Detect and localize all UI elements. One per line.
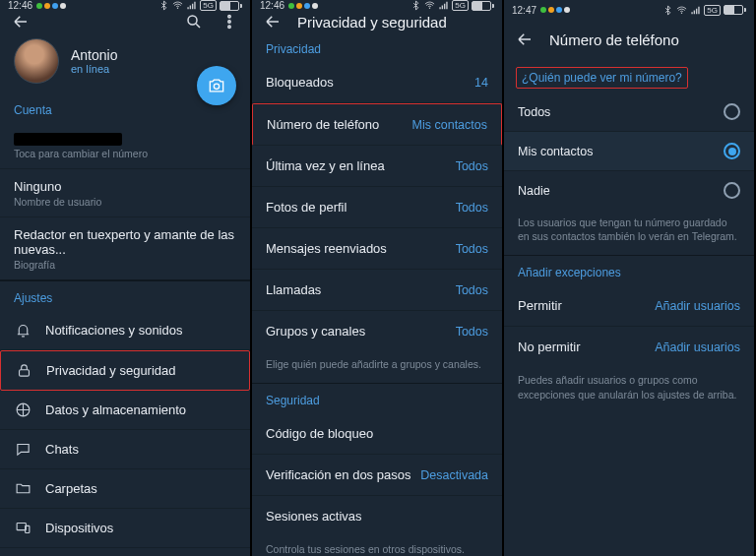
status-bar: 12:47 5G (504, 0, 754, 20)
bell-icon (14, 322, 32, 339)
row-devices[interactable]: Dispositivos (0, 509, 250, 548)
row-profile-photos[interactable]: Fotos de perfil Todos (252, 187, 502, 228)
clock: 12:47 (512, 5, 536, 16)
row-deny[interactable]: No permitir Añadir usuarios (504, 327, 754, 367)
section-exceptions: Añadir excepciones (504, 256, 754, 285)
profile-name: Antonio (71, 47, 117, 63)
bluetooth-icon (158, 0, 169, 11)
page-title: Privacidad y seguridad (297, 14, 492, 31)
row-blocked[interactable]: Bloqueados 14 (252, 62, 502, 103)
section-settings: Ajustes (0, 281, 250, 311)
exceptions-hint: Puedes añadir usuarios o grupos como exc… (504, 367, 754, 412)
radio-nobody[interactable]: Nadie (504, 171, 754, 210)
phone-hint: Toca para cambiar el número (14, 148, 236, 159)
phone-number-cell[interactable]: Toca para cambiar el número (0, 123, 250, 169)
svg-point-4 (228, 26, 230, 28)
change-photo-button[interactable] (197, 66, 236, 105)
row-allow[interactable]: Permitir Añadir usuarios (504, 285, 754, 327)
section-security: Seguridad (252, 384, 502, 413)
back-button[interactable] (262, 11, 284, 32)
clock: 12:46 (8, 0, 32, 11)
clock: 12:46 (260, 0, 284, 11)
network-label: 5G (452, 0, 469, 11)
signal-icon (690, 5, 701, 16)
profile-header: Antonio en línea (0, 32, 250, 93)
row-data-storage[interactable]: Datos y almacenamiento (0, 391, 250, 430)
search-button[interactable] (183, 11, 205, 32)
row-chats[interactable]: Chats (0, 430, 250, 469)
app-bar: Número de teléfono (504, 20, 754, 59)
back-button[interactable] (10, 11, 32, 32)
battery-icon (724, 5, 746, 15)
section-privacy: Privacidad (252, 32, 502, 62)
signal-icon (186, 0, 197, 11)
radio-my-contacts[interactable]: Mis contactos (504, 132, 754, 171)
radio-icon (724, 103, 740, 120)
groups-hint: Elige quién puede añadirte a grupos y ca… (252, 351, 502, 384)
svg-point-3 (228, 21, 230, 23)
section-who-can-see: ¿Quién puede ver mi número? (522, 71, 682, 85)
status-bar: 12:46 5G (0, 0, 250, 11)
svg-point-0 (177, 8, 178, 9)
visibility-hint: Los usuarios que tengan tu número guarda… (504, 210, 754, 256)
row-folders[interactable]: Carpetas (0, 469, 250, 509)
row-notifications[interactable]: Notificaciones y sonidos (0, 311, 250, 350)
svg-point-1 (188, 16, 197, 25)
username-cell[interactable]: Ninguno Nombre de usuario (0, 169, 250, 217)
screen-settings-profile: 12:46 5G Antonio en línea Cuenta T (0, 0, 252, 556)
row-forwarded[interactable]: Mensajes reenviados Todos (252, 228, 502, 270)
profile-status: en línea (71, 63, 117, 75)
radio-everybody[interactable]: Todos (504, 93, 754, 132)
row-sessions[interactable]: Sesiones activas (252, 496, 502, 536)
back-button[interactable] (514, 29, 536, 50)
app-bar: Privacidad y seguridad (252, 11, 502, 32)
wifi-icon (676, 5, 687, 16)
devices-icon (14, 520, 32, 536)
row-privacy[interactable]: Privacidad y seguridad (0, 350, 250, 391)
wifi-icon (424, 0, 435, 11)
svg-point-5 (214, 84, 219, 89)
folder-icon (14, 480, 32, 497)
svg-point-2 (228, 16, 230, 18)
svg-point-12 (681, 12, 682, 13)
row-phone-number[interactable]: Número de teléfono Mis contactos (252, 103, 502, 146)
username-value: Ninguno (14, 179, 236, 194)
row-calls[interactable]: Llamadas Todos (252, 270, 502, 311)
bluetooth-icon (410, 0, 421, 11)
row-two-step[interactable]: Verificación en dos pasos Desactivada (252, 455, 502, 496)
screen-privacy-security: 12:46 5G Privacidad y seguridad Privacid… (252, 0, 504, 556)
battery-icon (472, 1, 494, 11)
svg-rect-8 (17, 524, 26, 530)
status-bar: 12:46 5G (252, 0, 502, 11)
radio-icon (724, 143, 740, 159)
battery-icon (220, 1, 242, 11)
row-last-seen[interactable]: Última vez y en línea Todos (252, 146, 502, 187)
bio-cell[interactable]: Redactor en tuexperto y amante de las nu… (0, 217, 250, 279)
bio-value: Redactor en tuexperto y amante de las nu… (14, 227, 236, 257)
page-title: Número de teléfono (549, 31, 744, 48)
data-icon (14, 402, 32, 418)
more-button[interactable] (219, 11, 240, 32)
screen-phone-number-privacy: 12:47 5G Número de teléfono ¿Quién puede… (504, 0, 756, 556)
svg-rect-6 (19, 370, 29, 376)
row-language[interactable]: Idioma (0, 548, 250, 556)
redacted-phone (14, 133, 122, 146)
bluetooth-icon (662, 5, 673, 16)
app-bar (0, 11, 250, 32)
chat-icon (14, 441, 32, 458)
sessions-hint: Controla tus sesiones en otros dispositi… (252, 536, 502, 556)
avatar[interactable] (14, 38, 59, 84)
row-groups[interactable]: Grupos y canales Todos (252, 311, 502, 351)
svg-point-11 (429, 8, 430, 9)
wifi-icon (172, 0, 183, 11)
network-label: 5G (704, 5, 721, 16)
network-label: 5G (200, 0, 217, 11)
username-label: Nombre de usuario (14, 196, 236, 208)
signal-icon (438, 0, 449, 11)
lock-icon (15, 362, 32, 379)
bio-label: Biografía (14, 259, 236, 271)
row-passcode[interactable]: Código de bloqueo (252, 413, 502, 455)
radio-icon (724, 182, 740, 199)
